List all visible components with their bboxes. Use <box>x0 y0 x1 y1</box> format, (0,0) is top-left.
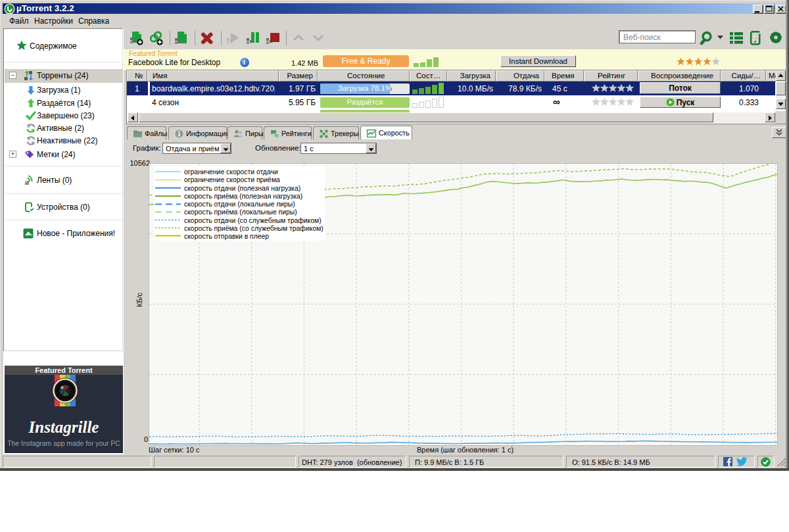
svg-text:скорость отправки в плеер: скорость отправки в плеер <box>184 233 269 240</box>
svg-text:скорость приёма (локальные пир: скорость приёма (локальные пиры) <box>184 208 297 216</box>
svg-text:скорость отдачи (локальные пир: скорость отдачи (локальные пиры) <box>184 201 295 208</box>
svg-text:скорость отдачи (полезная нагр: скорость отдачи (полезная нагрузка) <box>184 185 300 192</box>
svg-text:скорость приёма (со служебным: скорость приёма (со служебным трафиком) <box>184 225 323 232</box>
svg-text:ограничение скорости приёма: ограничение скорости приёма <box>184 176 280 183</box>
svg-text:скорость отдачи (со служебным: скорость отдачи (со служебным трафиком) <box>184 217 322 224</box>
svg-text:скорость приёма (полезная нагр: скорость приёма (полезная нагрузка) <box>184 193 302 200</box>
svg-text:ограничение скорости отдачи: ограничение скорости отдачи <box>184 168 278 176</box>
